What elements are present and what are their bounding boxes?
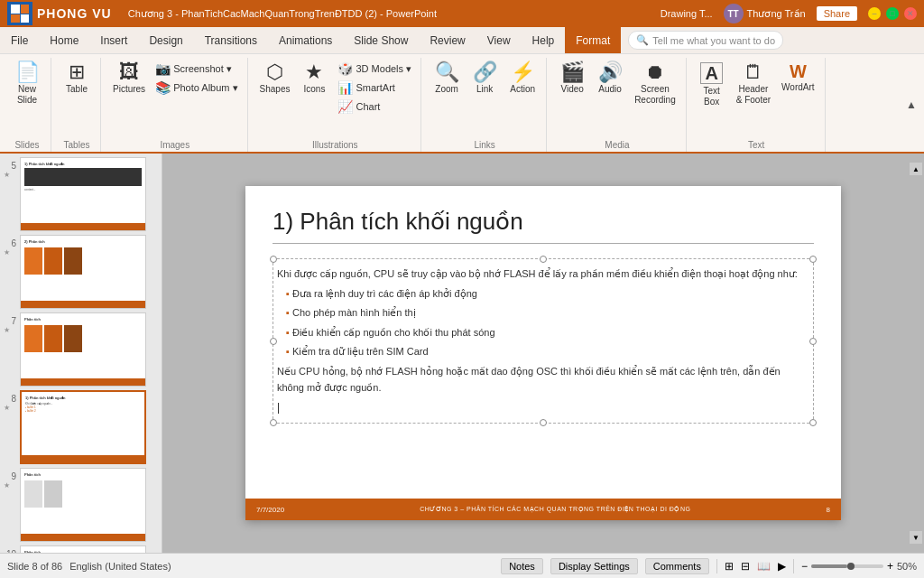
smartart-button[interactable]: 📊 SmartArt <box>334 79 415 97</box>
shapes-icon: ⬡ <box>266 62 283 82</box>
handle-tr <box>809 256 817 263</box>
video-button[interactable]: 🎬 Video <box>554 60 590 98</box>
text-cursor <box>278 403 279 414</box>
zoom-button[interactable]: 🔍 Zoom <box>429 60 465 98</box>
video-label: Video <box>560 84 583 95</box>
slide-bullet1: Đưa ra lệnh duy trì các điện áp khởi độn… <box>277 286 809 303</box>
normal-view-button[interactable]: ⊞ <box>725 560 734 573</box>
link-icon: 🔗 <box>473 62 497 82</box>
illus-col: 🎲 3D Models ▾ 📊 SmartArt 📈 Chart <box>334 60 415 116</box>
slide-thumb-7[interactable]: 7 ★ Phân tích <box>4 312 158 387</box>
text-buttons: A TextBox 🗒 Header& Footer W WordArt <box>694 60 819 138</box>
scroll-down-area: ▼ <box>910 527 922 545</box>
slide-bullet2: Cho phép màn hình hiển thị <box>277 305 809 322</box>
user-name: Thương Trần <box>747 8 806 20</box>
maximize-button[interactable]: □ <box>886 7 899 20</box>
menu-design[interactable]: Design <box>138 27 193 53</box>
menu-help[interactable]: Help <box>522 27 566 53</box>
zoom-in-button[interactable]: + <box>887 560 893 573</box>
menu-transitions[interactable]: Transitions <box>194 27 268 53</box>
handle-bl <box>270 419 277 426</box>
menu-format[interactable]: Format <box>565 27 621 53</box>
minimize-button[interactable]: – <box>868 7 881 20</box>
slide-thumb-10[interactable]: 10 ★ Phân tích content... <box>4 545 158 553</box>
menu-home[interactable]: Home <box>39 27 89 53</box>
photo-album-button[interactable]: 📚 Photo Album ▾ <box>152 79 241 97</box>
zoom-label: Zoom <box>435 84 458 95</box>
language-indicator: English (United States) <box>69 561 171 572</box>
action-label: Action <box>510 84 535 95</box>
pictures-button[interactable]: 🖼 Pictures <box>108 60 150 98</box>
menu-view[interactable]: View <box>476 27 522 53</box>
menu-review[interactable]: Review <box>419 27 476 53</box>
menu-animations[interactable]: Animations <box>268 27 343 53</box>
slide-footer: 7/7/2020 CHƯƠNG 3 – PHÂN TÍCH CÁC MẠCH Q… <box>245 499 841 520</box>
chart-button[interactable]: 📈 Chart <box>334 98 415 116</box>
new-slide-button[interactable]: 📄 NewSlide <box>9 60 45 108</box>
smartart-icon: 📊 <box>337 80 353 95</box>
new-slide-icon: 📄 <box>15 62 40 82</box>
screen-recording-button[interactable]: ⏺ ScreenRecording <box>630 60 680 108</box>
slide-paragraph1: Khi được cấp nguồn, CPU sẽ truy cập vào … <box>277 266 809 283</box>
slide-thumb-9[interactable]: 9 ★ Phân tích <box>4 468 158 542</box>
title-left: PHONG VU Chương 3 - PhanTichCacMachQuanT… <box>7 2 437 25</box>
header-footer-button[interactable]: 🗒 Header& Footer <box>732 60 775 108</box>
menu-file[interactable]: File <box>0 27 39 53</box>
close-button[interactable]: ✕ <box>904 7 917 20</box>
wordart-button[interactable]: W WordArt <box>777 60 819 96</box>
zoom-out-button[interactable]: − <box>801 560 808 573</box>
footer-title: CHƯƠNG 3 – PHÂN TÍCH CÁC MẠCH QUAN TRỌNG… <box>420 506 690 513</box>
table-button[interactable]: ⊞ Table <box>59 60 95 98</box>
scroll-down-button[interactable]: ▼ <box>910 531 922 544</box>
3d-models-label: 3D Models ▾ <box>356 63 411 75</box>
share-button[interactable]: Share <box>817 6 857 21</box>
action-button[interactable]: ⚡ Action <box>504 60 541 98</box>
zoom-slider[interactable] <box>811 564 883 568</box>
shapes-button[interactable]: ⬡ Shapes <box>255 60 295 98</box>
text-box-label: TextBox <box>704 86 720 107</box>
slide-thumb-5[interactable]: 5 ★ 1) Phân tích khối nguồn content... <box>4 157 158 231</box>
slides-buttons: 📄 NewSlide <box>9 60 45 138</box>
reading-view-button[interactable]: 📖 <box>757 560 771 573</box>
menu-slideshow[interactable]: Slide Show <box>343 27 419 53</box>
slide-sorter-button[interactable]: ⊟ <box>741 560 750 573</box>
app-logo: PHONG VU <box>7 2 112 25</box>
media-buttons: 🎬 Video 🔊 Audio ⏺ ScreenRecording <box>554 60 680 138</box>
app-body: 5 ★ 1) Phân tích khối nguồn content... 6… <box>0 154 924 553</box>
scroll-area: ▲ <box>910 163 922 175</box>
text-content-box[interactable]: Khi được cấp nguồn, CPU sẽ truy cập vào … <box>273 258 814 424</box>
notes-button[interactable]: Notes <box>501 558 543 574</box>
scroll-up-button[interactable]: ▲ <box>910 163 922 175</box>
status-right: Notes Display Settings Comments ⊞ ⊟ 📖 ▶ … <box>501 558 917 574</box>
slide-title[interactable]: 1) Phân tích khối nguồn <box>273 208 814 244</box>
audio-button[interactable]: 🔊 Audio <box>592 60 628 98</box>
main-area: ▲ ▼ 1) Phân tích khối nguồn <box>162 154 924 553</box>
link-button[interactable]: 🔗 Link <box>467 60 503 98</box>
slide-thumb-8[interactable]: 8 ★ 1) Phân tích khối nguồn Khi được cấp… <box>4 390 158 464</box>
3d-models-button[interactable]: 🎲 3D Models ▾ <box>334 60 415 78</box>
screenshot-button[interactable]: 📷 Screenshot ▾ <box>152 60 241 78</box>
audio-icon: 🔊 <box>598 62 623 82</box>
slide-body: Khi được cấp nguồn, CPU sẽ truy cập vào … <box>277 266 809 396</box>
drawing-tab-label: Drawing T... <box>661 8 713 19</box>
footer-date: 7/7/2020 <box>256 506 284 514</box>
text-box-button[interactable]: A TextBox <box>694 60 730 110</box>
slideshow-view-button[interactable]: ▶ <box>778 560 786 573</box>
slide-thumb-6[interactable]: 6 ★ 2) Phân tích <box>4 235 158 309</box>
comments-button[interactable]: Comments <box>645 558 709 574</box>
text-box-icon: A <box>700 62 722 84</box>
photo-album-icon: 📚 <box>155 80 171 95</box>
menu-insert[interactable]: Insert <box>89 27 138 53</box>
header-footer-label: Header& Footer <box>736 84 771 106</box>
slide-image-6: 2) Phân tích <box>20 235 146 309</box>
handle-br <box>809 419 817 426</box>
slides-panel[interactable]: 5 ★ 1) Phân tích khối nguồn content... 6… <box>0 154 162 553</box>
title-right: Drawing T... TT Thương Trần Share – □ ✕ <box>661 4 917 23</box>
icons-button[interactable]: ★ Icons <box>296 60 332 98</box>
smartart-label: SmartArt <box>356 82 394 93</box>
ribbon-collapse-icon[interactable]: ▲ <box>906 98 917 111</box>
audio-label: Audio <box>598 84 622 95</box>
ribbon-group-images: 🖼 Pictures 📷 Screenshot ▾ 📚 Photo Album … <box>103 58 248 152</box>
display-settings-button[interactable]: Display Settings <box>550 558 638 574</box>
tell-me-input[interactable]: 🔍 Tell me what you want to do <box>628 31 783 50</box>
